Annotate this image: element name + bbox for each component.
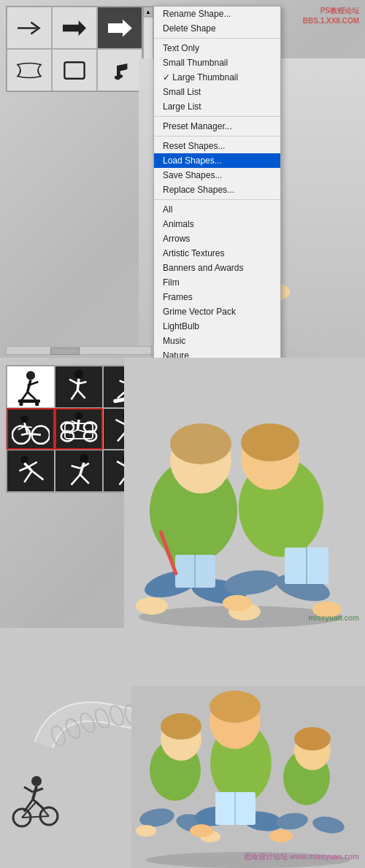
svg-point-122 — [31, 776, 42, 786]
kids-photo-middle: missyuan.com — [124, 358, 365, 628]
menu-item-rename-shape[interactable]: Rename Shape... — [154, 7, 280, 21]
svg-line-30 — [72, 390, 78, 399]
sport-cell-7[interactable] — [7, 450, 55, 492]
svg-line-44 — [28, 434, 41, 435]
svg-marker-1 — [63, 20, 86, 36]
svg-point-5 — [118, 74, 123, 78]
svg-line-67 — [24, 471, 31, 483]
menu-separator-1 — [154, 38, 280, 39]
scrollbar-thumb[interactable] — [50, 347, 80, 355]
svg-line-46 — [24, 427, 31, 428]
menu-item-music[interactable]: Music — [154, 334, 280, 348]
kids-figure-svg-mid — [124, 358, 365, 628]
svg-point-139 — [136, 825, 156, 837]
shape-panel-top — [6, 6, 143, 92]
svg-point-18 — [26, 371, 35, 380]
svg-point-136 — [161, 713, 201, 740]
menu-item-animals[interactable]: Animals — [154, 217, 280, 231]
bottom-section: 思绘设计论坛 www.missyuan.com — [0, 628, 365, 868]
svg-point-88 — [136, 597, 168, 615]
shape-cell-music-note[interactable] — [97, 49, 142, 91]
top-section: PS教程论坛BBS.1.XX8.COM — [0, 0, 365, 358]
svg-line-21 — [21, 392, 28, 401]
svg-point-150 — [294, 727, 331, 750]
shape-cell-arrow-right[interactable] — [7, 7, 52, 49]
menu-item-replace-shapes[interactable]: Replace Shapes... — [154, 183, 280, 197]
menu-item-small-thumbnail[interactable]: Small Thumbnail — [154, 55, 280, 70]
menu-item-arrows[interactable]: Arrows — [154, 231, 280, 246]
svg-point-63 — [20, 456, 28, 463]
menu-item-artistic-textures[interactable]: Artistic Textures — [154, 246, 280, 261]
sport-cell-5[interactable] — [55, 408, 103, 450]
svg-point-39 — [20, 415, 28, 423]
svg-line-65 — [19, 467, 28, 471]
shape-cell-arrow-filled[interactable] — [97, 7, 142, 49]
menu-separator-4 — [154, 199, 280, 200]
menu-item-banners-awards[interactable]: Banners and Awards — [154, 261, 280, 275]
menu-item-save-shapes[interactable]: Save Shapes... — [154, 168, 280, 183]
menu-separator-3 — [154, 136, 280, 137]
menu-item-preset-manager[interactable]: Preset Manager... — [154, 119, 280, 134]
svg-line-71 — [72, 466, 80, 468]
svg-point-26 — [74, 369, 83, 378]
menu-item-delete-shape[interactable]: Delete Shape — [154, 21, 280, 36]
bottom-canvas-svg — [0, 628, 365, 868]
svg-point-69 — [80, 454, 88, 463]
svg-line-66 — [28, 462, 37, 467]
svg-point-24 — [19, 402, 23, 406]
svg-line-43 — [21, 434, 28, 435]
svg-line-73 — [72, 475, 80, 485]
menu-item-small-list[interactable]: Small List — [154, 85, 280, 99]
svg-line-22 — [28, 392, 36, 399]
svg-rect-3 — [64, 62, 84, 78]
svg-point-47 — [75, 412, 82, 420]
middle-section: ▲ ▼ — [0, 358, 365, 628]
menu-item-large-list[interactable]: Large List — [154, 99, 280, 114]
svg-point-147 — [269, 829, 293, 842]
sport-cell-2[interactable] — [55, 366, 103, 408]
context-menu: Rename Shape... Delete Shape Text Only S… — [153, 6, 281, 358]
menu-item-load-shapes[interactable]: Load Shapes... — [154, 153, 280, 168]
sport-cell-4[interactable] — [7, 408, 55, 450]
shape-cell-arrow-bold[interactable] — [52, 7, 97, 49]
menu-item-text-only[interactable]: Text Only — [154, 41, 280, 55]
svg-line-74 — [80, 475, 89, 483]
menu-item-all[interactable]: All — [154, 202, 280, 217]
menu-item-lightbulb[interactable]: LightBulb — [154, 319, 280, 334]
menu-separator-2 — [154, 116, 280, 117]
svg-point-85 — [170, 423, 231, 464]
sport-cell-8[interactable] — [55, 450, 103, 492]
watermark-middle: missyuan.com — [309, 614, 359, 622]
scroll-up-arrow[interactable]: ▲ — [143, 7, 153, 17]
menu-item-frames[interactable]: Frames — [154, 290, 280, 304]
svg-point-25 — [35, 402, 39, 406]
svg-line-28 — [69, 379, 77, 383]
menu-item-large-thumbnail[interactable]: Large Thumbnail — [154, 70, 280, 85]
shape-cell-square[interactable] — [52, 49, 97, 91]
shape-cell-ribbon[interactable] — [7, 49, 52, 91]
sport-cell-1[interactable] — [7, 366, 55, 408]
menu-item-reset-shapes[interactable]: Reset Shapes... — [154, 139, 280, 153]
menu-item-nature[interactable]: Nature — [154, 348, 280, 358]
horizontal-scrollbar-top[interactable] — [6, 346, 152, 355]
svg-line-31 — [77, 390, 85, 398]
svg-line-48 — [77, 420, 79, 430]
svg-point-96 — [241, 423, 299, 461]
svg-point-143 — [210, 691, 261, 723]
svg-point-146 — [190, 824, 213, 837]
menu-item-film[interactable]: Film — [154, 275, 280, 290]
watermark-bottom: 思绘设计论坛 www.missyuan.com — [244, 852, 359, 862]
svg-line-68 — [32, 471, 44, 480]
svg-point-99 — [223, 595, 252, 611]
svg-marker-2 — [108, 19, 132, 37]
menu-item-grime-vector-pack[interactable]: Grime Vector Pack — [154, 304, 280, 319]
watermark-top: PS教程论坛BBS.1.XX8.COM — [303, 6, 359, 26]
